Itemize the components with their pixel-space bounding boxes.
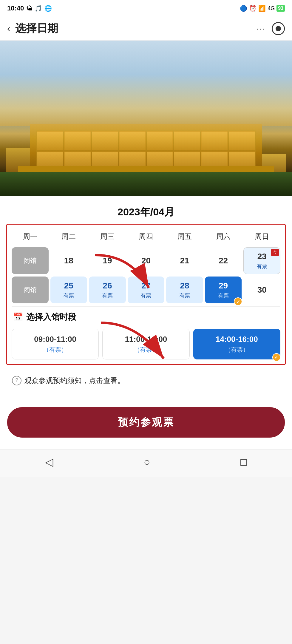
- cal-sub-26: 有票: [102, 292, 113, 299]
- cal-cell-18[interactable]: 18: [50, 247, 87, 274]
- globe-icon: 🌐: [44, 5, 52, 12]
- cal-cell-29[interactable]: 29 有票 ✓: [205, 277, 242, 303]
- cal-cell-19[interactable]: 19: [89, 247, 126, 274]
- time-slot-0900[interactable]: 09:00-11:00 （有票）: [12, 329, 99, 359]
- cal-closed-label: 闭馆: [24, 257, 37, 265]
- time-display: 10:40: [7, 4, 24, 12]
- weekday-wed: 周三: [89, 229, 126, 244]
- weekday-tue: 周二: [50, 229, 87, 244]
- status-time: 10:40 🌤 🎵 🌐: [7, 4, 52, 12]
- back-button[interactable]: ‹: [7, 23, 10, 34]
- bottom-action-area: 预约参观票: [0, 401, 292, 450]
- cal-sub-29: 有票: [218, 292, 229, 299]
- alarm-icon: ⏰: [249, 5, 257, 12]
- cal-cell-27[interactable]: 27 有票: [128, 277, 165, 303]
- cal-sub-28: 有票: [179, 292, 190, 299]
- cal-cell-30[interactable]: 30: [243, 277, 280, 303]
- cal-cell-closed-17[interactable]: 闭馆: [12, 247, 49, 274]
- cal-date-22: 22: [219, 256, 228, 266]
- building-ground: [0, 172, 292, 196]
- weekday-mon: 周一: [12, 229, 49, 244]
- time-slots-container: 09:00-11:00 （有票） 11:00-14:00 （有票） 14:00-…: [12, 329, 280, 359]
- nav-back-icon[interactable]: ◁: [45, 456, 53, 468]
- nav-home-icon[interactable]: ○: [144, 456, 150, 468]
- month-header: 2023年/04月: [0, 196, 292, 224]
- more-options-button[interactable]: ···: [256, 24, 266, 33]
- signal-icon: 4G: [268, 5, 275, 12]
- time-section-header: 📅 选择入馆时段: [12, 311, 280, 323]
- book-ticket-button[interactable]: 预约参观票: [7, 407, 285, 438]
- cal-cell-21[interactable]: 21: [166, 247, 203, 274]
- nav-recents-icon[interactable]: □: [240, 456, 247, 468]
- calendar-divider: [12, 306, 280, 307]
- page-title: 选择日期: [15, 21, 58, 36]
- today-badge: 今: [271, 249, 279, 256]
- calendar-icon: 📅: [13, 312, 23, 322]
- time-section-title: 选择入馆时段: [26, 311, 76, 323]
- cal-cell-22[interactable]: 22: [205, 247, 242, 274]
- nav-right-group: ···: [256, 22, 285, 35]
- question-icon: ?: [12, 376, 21, 385]
- cal-cell-25[interactable]: 25 有票: [50, 277, 87, 303]
- selected-check-29: ✓: [234, 297, 242, 306]
- time-slot-0900-status: （有票）: [16, 346, 95, 354]
- cal-date-25: 25: [64, 281, 73, 291]
- time-slot-1400-status: （有票）: [197, 346, 276, 354]
- cal-cell-20[interactable]: 20: [128, 247, 165, 274]
- cal-sub-27: 有票: [140, 292, 151, 299]
- weekday-header-row: 周一 周二 周三 周四 周五 周六 周日: [12, 229, 280, 244]
- cal-sub-23: 有票: [257, 263, 267, 270]
- main-content-card: 2023年/04月 周一 周二 周三 周四 周五 周六 周日 闭馆 18 19: [0, 196, 292, 401]
- weekday-fri: 周五: [166, 229, 203, 244]
- time-slot-selected-check: ✓: [272, 353, 281, 362]
- time-slot-1100-status: （有票）: [106, 346, 186, 354]
- notice-text-content: 观众参观预约须知，点击查看。: [24, 376, 125, 384]
- time-slot-1100[interactable]: 11:00-14:00 （有票）: [102, 329, 189, 359]
- cal-cell-28[interactable]: 28 有票: [166, 277, 203, 303]
- record-button[interactable]: [272, 22, 285, 35]
- nav-left-group: ‹ 选择日期: [7, 21, 58, 36]
- building-glass: [36, 130, 256, 172]
- cal-cell-23[interactable]: 今 23 有票: [243, 247, 280, 274]
- cal-date-19: 19: [103, 256, 112, 266]
- weekday-sun: 周日: [243, 229, 280, 244]
- weekday-sat: 周六: [205, 229, 242, 244]
- building-main: [30, 124, 262, 172]
- cal-date-27: 27: [141, 281, 151, 291]
- cal-sub-25: 有票: [63, 292, 74, 299]
- time-slot-1400[interactable]: 14:00-16:00 （有票） ✓: [193, 329, 280, 359]
- wifi-icon: 📶: [258, 5, 266, 12]
- status-bar: 10:40 🌤 🎵 🌐 🔵 ⏰ 📶 4G 93: [0, 0, 292, 17]
- calendar-box: 周一 周二 周三 周四 周五 周六 周日 闭馆 18 19 20: [6, 224, 286, 365]
- cal-date-20: 20: [141, 256, 151, 266]
- music-icon: 🎵: [35, 5, 42, 12]
- hero-banner: [0, 41, 292, 196]
- top-navigation: ‹ 选择日期 ···: [0, 17, 292, 41]
- hero-building: [0, 95, 292, 196]
- time-slot-1100-time: 11:00-14:00: [106, 334, 186, 345]
- cal-date-23: 23: [257, 251, 267, 262]
- cloud-icon: 🌤: [26, 5, 32, 12]
- cal-date-18: 18: [64, 256, 73, 266]
- weekday-thu: 周四: [128, 229, 165, 244]
- cal-date-26: 26: [103, 281, 112, 291]
- info-notice[interactable]: ? 观众参观预约须知，点击查看。: [6, 371, 286, 390]
- status-indicators: 🔵 ⏰ 📶 4G 93: [240, 5, 285, 12]
- record-inner: [276, 26, 281, 31]
- cal-closed-label-2: 闭馆: [24, 286, 37, 294]
- cal-date-28: 28: [180, 281, 189, 291]
- calendar-week-1: 闭馆 18 19 20 21 22 今: [12, 247, 280, 274]
- cal-cell-26[interactable]: 26 有票: [89, 277, 126, 303]
- bottom-navigation: ◁ ○ □: [0, 450, 292, 477]
- battery-level: 93: [278, 6, 283, 11]
- battery-indicator: 93: [276, 5, 285, 12]
- nfc-icon: 🔵: [240, 5, 247, 12]
- cal-cell-closed-24[interactable]: 闭馆: [12, 277, 49, 303]
- cal-date-30: 30: [257, 285, 267, 295]
- time-slot-0900-time: 09:00-11:00: [16, 334, 95, 345]
- cal-date-29: 29: [219, 281, 228, 291]
- info-text: 观众参观预约须知，点击查看。: [24, 376, 125, 385]
- time-slot-1400-time: 14:00-16:00: [197, 334, 276, 345]
- cal-date-21: 21: [180, 256, 189, 266]
- calendar-week-2: 闭馆 25 有票 26 有票 27 有票 28 有票: [12, 277, 280, 303]
